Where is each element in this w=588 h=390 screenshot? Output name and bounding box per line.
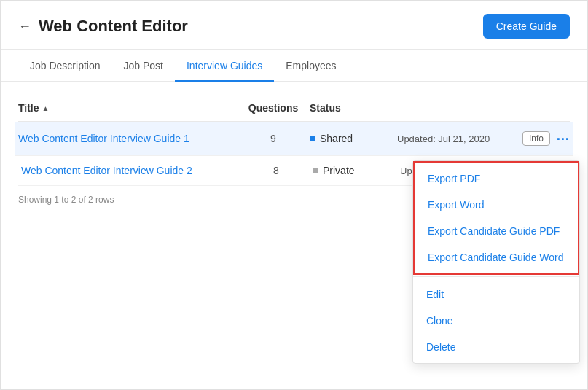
main-content: Title ▲ Questions Status Web Content Edi…	[1, 82, 587, 389]
row-status: Private	[313, 165, 400, 176]
delete-item[interactable]: Delete	[413, 334, 579, 360]
tabs-bar: Job Description Job Post Interview Guide…	[1, 50, 587, 82]
dropdown-menu: Export PDF Export Word Export Candidate …	[412, 160, 580, 364]
table-header: Title ▲ Questions Status	[18, 96, 570, 122]
row-questions: 9	[237, 133, 310, 144]
header: ← Web Content Editor Create Guide	[1, 1, 587, 50]
status-dot-shared	[310, 136, 315, 141]
tab-interview-guides[interactable]: Interview Guides	[175, 50, 274, 82]
export-word-item[interactable]: Export Word	[415, 192, 578, 218]
info-button[interactable]: Info	[522, 131, 550, 146]
guide-title-link[interactable]: Web Content Editor Interview Guide 1	[18, 133, 237, 144]
back-arrow-button[interactable]: ←	[18, 19, 31, 34]
col-header-title: Title ▲	[18, 102, 237, 114]
table-row: Web Content Editor Interview Guide 1 9 S…	[15, 122, 573, 156]
dropdown-divider	[413, 276, 579, 277]
row-questions: 8	[240, 165, 313, 176]
more-options-button[interactable]: ⋯	[556, 130, 570, 147]
edit-item[interactable]: Edit	[413, 281, 579, 308]
col-header-questions: Questions	[237, 102, 310, 114]
header-left: ← Web Content Editor	[18, 17, 188, 36]
page-title: Web Content Editor	[39, 17, 188, 36]
tab-job-post[interactable]: Job Post	[112, 50, 175, 82]
row-actions: Info ⋯	[522, 130, 570, 147]
page-container: ← Web Content Editor Create Guide Job De…	[0, 0, 588, 390]
export-candidate-word-item[interactable]: Export Candidate Guide Word	[415, 244, 578, 270]
dropdown-export-section: Export PDF Export Word Export Candidate …	[413, 161, 579, 275]
row-updated: Updated: Jul 21, 2020	[397, 133, 522, 144]
guide-title-link[interactable]: Web Content Editor Interview Guide 2	[21, 165, 240, 176]
col-header-status: Status	[310, 102, 397, 114]
export-pdf-item[interactable]: Export PDF	[415, 165, 578, 192]
row-status: Shared	[310, 133, 397, 144]
export-candidate-pdf-item[interactable]: Export Candidate Guide PDF	[415, 218, 578, 244]
create-guide-button[interactable]: Create Guide	[483, 14, 570, 39]
sort-icon: ▲	[42, 104, 50, 112]
status-dot-private	[313, 168, 318, 173]
tab-employees[interactable]: Employees	[274, 50, 348, 82]
tab-job-description[interactable]: Job Description	[18, 50, 112, 82]
clone-item[interactable]: Clone	[413, 308, 579, 334]
dropdown-actions-section: Edit Clone Delete	[413, 278, 579, 363]
